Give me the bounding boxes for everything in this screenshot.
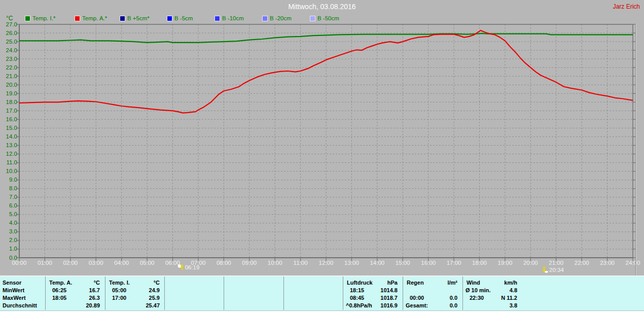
y-tick-label: 12.0 (0, 151, 17, 157)
stats-row-label: MaxWert (3, 295, 26, 302)
y-tick-label: 23.0 (0, 56, 17, 62)
y-tick-label: 1.0 (0, 246, 17, 252)
stats-value-cell: 4.8 (467, 287, 517, 294)
x-tick-label: 18:00 (469, 260, 491, 266)
stats-value-cell: 25.47 (109, 302, 160, 309)
x-tick-label: 19:00 (494, 260, 516, 266)
x-tick-label: 20:00 (519, 260, 542, 266)
y-tick-label: 15.0 (0, 125, 17, 131)
column-divider (343, 276, 343, 310)
column-divider (224, 276, 224, 310)
y-tick-label: 17.0 (0, 108, 17, 114)
stats-col-unit: °C (49, 280, 100, 287)
chart-plot (0, 0, 644, 275)
x-tick-label: 24:00 (622, 260, 644, 266)
y-tick-label: 7.0 (0, 194, 17, 200)
stats-value-cell: 1016.9 (347, 302, 398, 309)
stats-row-label: Durchschnitt (3, 302, 37, 309)
x-tick-label: 15:00 (391, 260, 414, 266)
y-tick-label: 5.0 (0, 211, 17, 217)
y-tick-label: 24.0 (0, 47, 17, 53)
stats-col-unit: hPa (347, 280, 398, 287)
stats-value-cell: 0.0 (407, 295, 457, 302)
stats-value-cell: 1018.7 (347, 295, 398, 302)
y-tick-label: 16.0 (0, 116, 17, 122)
stats-value-cell: 3.8 (467, 302, 517, 309)
column-divider (105, 276, 105, 310)
sunrise-marker: 06:19 (177, 264, 200, 270)
column-divider (462, 276, 463, 310)
stats-row-label: Sensor (3, 280, 21, 287)
column-divider (283, 276, 284, 310)
stats-value-cell: 20.89 (49, 302, 100, 309)
y-tick-label: 26.0 (0, 30, 17, 36)
x-tick-label: 22:00 (570, 260, 593, 266)
y-tick-label: 3.0 (0, 228, 17, 234)
y-tick-label: 11.0 (0, 159, 17, 165)
x-tick-label: 10:00 (264, 260, 286, 266)
sun-time-label: 06:19 (185, 264, 200, 270)
stats-value-cell: 1014.8 (347, 287, 398, 294)
y-tick-label: 9.0 (0, 177, 17, 183)
y-tick-label: 13.0 (0, 142, 17, 148)
sunset-icon (542, 266, 548, 273)
panel-border (635, 23, 636, 275)
x-tick-label: 12:00 (315, 260, 337, 266)
x-tick-label: 01:00 (33, 260, 56, 266)
x-tick-label: 21:00 (545, 260, 567, 266)
y-tick-label: 6.0 (0, 202, 17, 209)
x-tick-label: 23:00 (596, 260, 619, 266)
y-tick-label: 10.0 (0, 168, 17, 174)
y-tick-label: 4.0 (0, 220, 17, 226)
stats-row-label: MinWert (3, 287, 24, 294)
x-tick-label: 00:00 (8, 260, 30, 266)
sunset-marker: 20:34 (542, 266, 564, 273)
x-tick-label: 09:00 (238, 260, 261, 266)
x-tick-label: 16:00 (417, 260, 440, 266)
sunrise-icon (177, 264, 184, 270)
column-divider (45, 276, 46, 310)
x-tick-label: 08:00 (212, 260, 235, 266)
x-tick-label: 11:00 (290, 260, 312, 266)
x-tick-label: 04:00 (111, 260, 133, 266)
y-tick-label: 21.0 (0, 73, 17, 79)
stats-value-cell: 0.0 (407, 302, 457, 309)
y-tick-label: 27.0 (0, 21, 17, 27)
stats-value-cell: 16.7 (49, 287, 100, 294)
x-tick-label: 05:00 (136, 260, 158, 266)
x-tick-label: 14:00 (366, 260, 388, 266)
stats-col-unit: l/m² (407, 280, 457, 287)
x-tick-label: 02:00 (59, 260, 82, 266)
y-tick-label: 8.0 (0, 185, 17, 191)
y-tick-label: 14.0 (0, 133, 17, 140)
y-tick-label: 22.0 (0, 64, 17, 71)
stats-value-cell: 26.3 (49, 295, 100, 302)
y-tick-label: 25.0 (0, 39, 17, 45)
column-divider (164, 276, 165, 310)
y-tick-label: 20.0 (0, 82, 17, 88)
x-tick-label: 03:00 (85, 260, 107, 266)
y-tick-label: 19.0 (0, 90, 17, 96)
weather-app-window: Mittwoch, 03.08.2016 Jarz Erich °C Temp.… (0, 0, 644, 312)
x-tick-label: 13:00 (340, 260, 363, 266)
stats-value-cell: N 11.2 (467, 295, 517, 302)
sun-time-label: 20:34 (549, 267, 564, 273)
stats-col-unit: km/h (467, 280, 517, 287)
column-divider (403, 276, 403, 310)
stats-value-cell: 25.9 (109, 295, 160, 302)
y-tick-label: 2.0 (0, 237, 17, 243)
stats-value-cell: 24.9 (109, 287, 160, 294)
y-tick-label: 18.0 (0, 99, 17, 105)
stats-col-unit: °C (109, 280, 160, 287)
x-tick-label: 17:00 (443, 260, 465, 266)
